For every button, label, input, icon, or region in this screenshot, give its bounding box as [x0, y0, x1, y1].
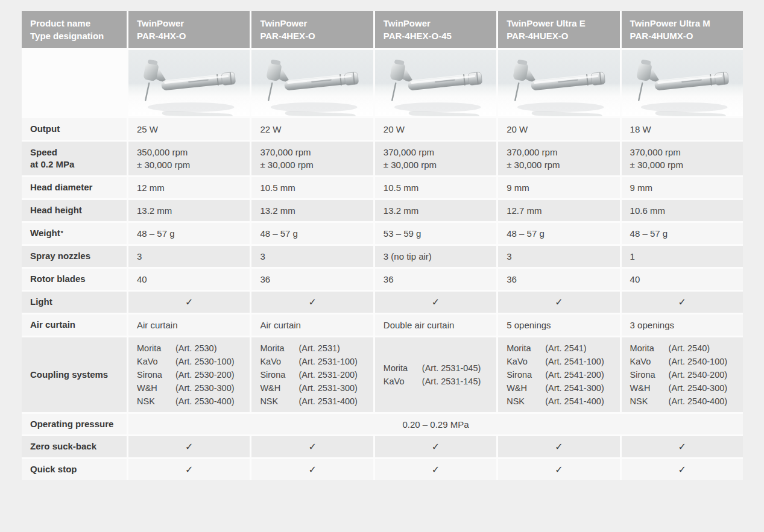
- handpiece-photo-icon: [251, 50, 373, 116]
- zero-suck-back-check: ✓: [128, 436, 250, 457]
- check-icon: ✓: [308, 296, 316, 308]
- header-product-4: TwinPower Ultra E PAR-4HUEX-O: [498, 11, 619, 48]
- speed-value: 370,000 rpm ± 30,000 rpm: [375, 142, 496, 175]
- check-icon: ✓: [555, 464, 563, 475]
- coupling-cell-4: Morita KaVo Sirona W&H NSK(Art. 2541) (A…: [498, 337, 619, 412]
- quick-stop-check: ✓: [375, 459, 496, 480]
- spray-nozzles-value: 1: [622, 246, 743, 267]
- coupling-art-numbers: (Art. 2530) (Art. 2530-100) (Art. 2530-2…: [175, 342, 235, 408]
- coupling-list: Morita KaVo Sirona W&H NSK(Art. 2541) (A…: [507, 342, 604, 408]
- product-title: TwinPower PAR-4HX-O: [137, 17, 186, 42]
- header-product-2: TwinPower PAR-4HEX-O: [251, 11, 373, 48]
- check-icon: ✓: [432, 296, 440, 308]
- head-height-value: 12.7 mm: [498, 200, 619, 221]
- handpiece-photo-icon: [375, 50, 496, 116]
- header-row-label: Product name Type designation: [22, 11, 127, 48]
- rotor-blades-value: 36: [375, 269, 496, 290]
- head-height-value: 13.2 mm: [128, 200, 250, 221]
- spray-nozzles-value: 3: [498, 246, 619, 267]
- row-label-speed: Speed at 0.2 MPa: [22, 142, 127, 175]
- rotor-blades-value: 40: [128, 269, 250, 290]
- check-icon: ✓: [432, 441, 440, 452]
- check-icon: ✓: [185, 296, 193, 308]
- coupling-art-numbers: (Art. 2531) (Art. 2531-100) (Art. 2531-2…: [298, 342, 358, 408]
- row-label-output: Output: [22, 118, 127, 140]
- coupling-cell-3: Morita KaVo(Art. 2531-045) (Art. 2531-14…: [375, 337, 496, 412]
- output-value: 18 W: [622, 118, 743, 140]
- check-icon: ✓: [678, 441, 686, 452]
- head-height-value: 10.6 mm: [622, 200, 743, 221]
- weight-value: 48 – 57 g: [251, 223, 373, 244]
- coupling-cell-5: Morita KaVo Sirona W&H NSK(Art. 2540) (A…: [622, 337, 743, 412]
- air-curtain-value: Double air curtain: [375, 315, 496, 336]
- quick-stop-check: ✓: [128, 459, 250, 480]
- zero-suck-back-check: ✓: [498, 436, 619, 457]
- air-curtain-value: 5 openings: [498, 315, 619, 336]
- weight-value: 48 – 57 g: [622, 223, 743, 244]
- row-label-rotor-blades: Rotor blades: [22, 269, 127, 290]
- coupling-brands: Morita KaVo Sirona W&H NSK: [137, 342, 169, 408]
- speed-value: 370,000 rpm ± 30,000 rpm: [498, 142, 619, 175]
- spray-nozzles-value: 3 (no tip air): [375, 246, 496, 267]
- weight-label-text: Weight: [30, 227, 60, 239]
- check-icon: ✓: [555, 441, 563, 452]
- head-diameter-value: 10.5 mm: [375, 177, 496, 198]
- product-title: TwinPower PAR-4HEX-O: [260, 17, 315, 42]
- head-height-value: 13.2 mm: [251, 200, 373, 221]
- rotor-blades-value: 36: [498, 269, 619, 290]
- head-diameter-value: 12 mm: [128, 177, 250, 198]
- coupling-list: Morita KaVo Sirona W&H NSK(Art. 2530) (A…: [137, 342, 235, 408]
- handpiece-photo-icon: [498, 50, 619, 116]
- quick-stop-check: ✓: [622, 459, 743, 480]
- image-row-spacer: [22, 50, 127, 116]
- output-value: 20 W: [375, 118, 496, 140]
- header-row-label-text: Product name Type designation: [30, 17, 104, 42]
- check-icon: ✓: [432, 464, 440, 475]
- speed-value: 370,000 rpm ± 30,000 rpm: [251, 142, 373, 175]
- row-label-head-diameter: Head diameter: [22, 177, 127, 198]
- speed-value: 350,000 rpm ± 30,000 rpm: [128, 142, 250, 175]
- product-image-1: [128, 50, 250, 116]
- coupling-brands: Morita KaVo Sirona W&H NSK: [630, 342, 663, 408]
- zero-suck-back-check: ✓: [251, 436, 373, 457]
- coupling-art-numbers: (Art. 2541) (Art. 2541-100) (Art. 2541-2…: [545, 342, 604, 408]
- light-check: ✓: [375, 292, 496, 313]
- row-label-quick-stop: Quick stop: [22, 459, 127, 480]
- header-product-1: TwinPower PAR-4HX-O: [128, 11, 250, 48]
- air-curtain-value: 3 openings: [622, 315, 743, 336]
- spray-nozzles-value: 3: [251, 246, 373, 267]
- coupling-list: Morita KaVo Sirona W&H NSK(Art. 2531) (A…: [260, 342, 358, 408]
- light-check: ✓: [622, 292, 743, 313]
- weight-value: 48 – 57 g: [128, 223, 250, 244]
- row-label-head-height: Head height: [22, 200, 127, 221]
- spray-nozzles-value: 3: [128, 246, 250, 267]
- product-image-2: [251, 50, 373, 116]
- quick-stop-check: ✓: [251, 459, 373, 480]
- handpiece-photo-icon: [622, 50, 743, 116]
- check-icon: ✓: [185, 464, 193, 475]
- row-label-spray-nozzles: Spray nozzles: [22, 246, 127, 267]
- zero-suck-back-check: ✓: [622, 436, 743, 457]
- output-value: 22 W: [251, 118, 373, 140]
- coupling-list: Morita KaVo(Art. 2531-045) (Art. 2531-14…: [384, 361, 481, 388]
- check-icon: ✓: [555, 296, 563, 308]
- row-label-operating-pressure: Operating pressure: [22, 414, 127, 434]
- output-value: 20 W: [498, 118, 619, 140]
- check-icon: ✓: [185, 441, 193, 452]
- coupling-list: Morita KaVo Sirona W&H NSK(Art. 2540) (A…: [630, 342, 728, 408]
- air-curtain-value: Air curtain: [128, 315, 250, 336]
- check-icon: ✓: [678, 296, 686, 308]
- rotor-blades-value: 36: [251, 269, 373, 290]
- row-label-weight: Weight*: [22, 223, 127, 244]
- head-diameter-value: 9 mm: [622, 177, 743, 198]
- row-label-air-curtain: Air curtain: [22, 315, 127, 336]
- coupling-brands: Morita KaVo Sirona W&H NSK: [260, 342, 292, 408]
- check-icon: ✓: [308, 441, 316, 452]
- air-curtain-value: Air curtain: [251, 315, 373, 336]
- output-value: 25 W: [128, 118, 250, 140]
- light-check: ✓: [128, 292, 250, 313]
- weight-value: 48 – 57 g: [498, 223, 619, 244]
- check-icon: ✓: [678, 464, 686, 475]
- operating-pressure-value: 0.20 – 0.29 MPa: [128, 414, 743, 434]
- weight-value: 53 – 59 g: [375, 223, 496, 244]
